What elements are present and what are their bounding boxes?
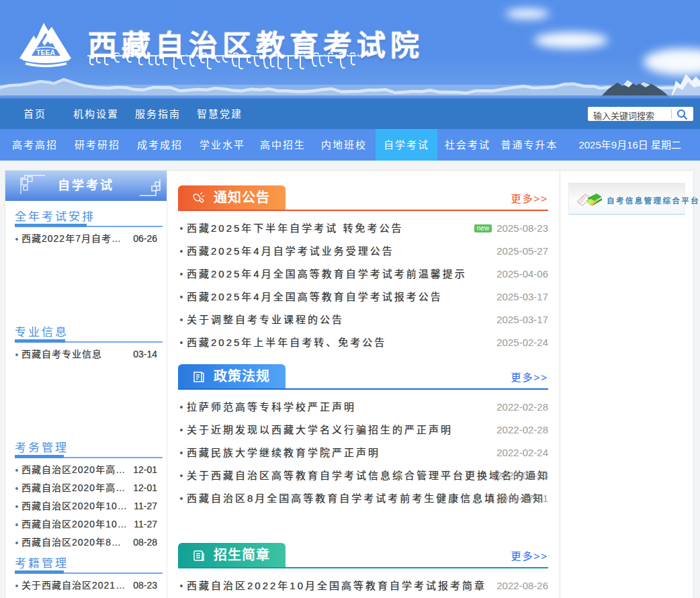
svg-text:TEEA: TEEA bbox=[36, 48, 55, 56]
